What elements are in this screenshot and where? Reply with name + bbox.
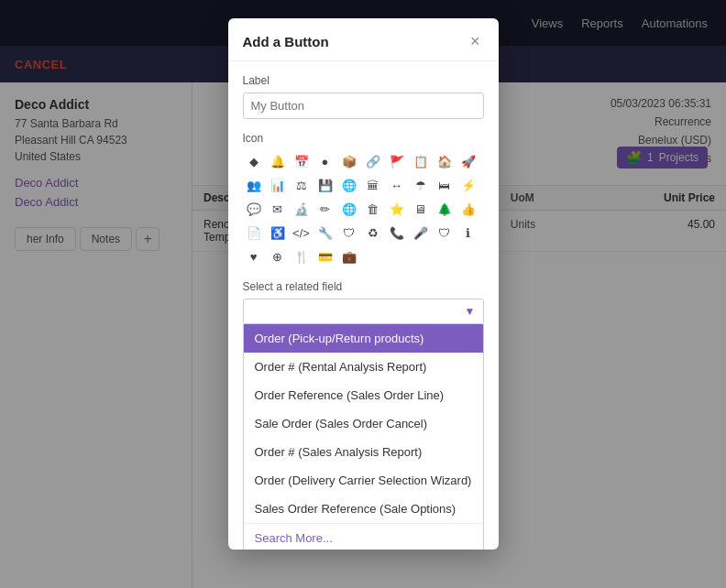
icon-lightning[interactable]: ⚡: [457, 174, 479, 196]
icon-calendar[interactable]: 📅: [291, 150, 313, 172]
icon-save[interactable]: 💾: [314, 174, 336, 196]
icon-heart[interactable]: ♥: [243, 245, 265, 267]
icon-shield[interactable]: 🛡: [338, 222, 360, 244]
icon-email[interactable]: ✉: [267, 198, 289, 220]
icon-building[interactable]: 🏛: [362, 174, 384, 196]
icon-info[interactable]: ℹ: [457, 222, 479, 244]
dropdown-list: Order (Pick-up/Return products) Order # …: [243, 324, 484, 550]
dropdown-item-3[interactable]: Sale Order (Sales Order Cancel): [244, 409, 483, 438]
modal-title: Add a Button: [243, 34, 329, 49]
icon-rocket[interactable]: 🚀: [457, 150, 479, 172]
icon-diamond[interactable]: ◆: [243, 150, 265, 172]
icon-tree[interactable]: 🌲: [434, 198, 456, 220]
dropdown-item-0[interactable]: Order (Pick-up/Return products): [244, 324, 483, 353]
icon-bell[interactable]: 🔔: [267, 150, 289, 172]
icon-flag[interactable]: 🚩: [386, 150, 408, 172]
dropdown-item-4[interactable]: Order # (Sales Analysis Report): [244, 438, 483, 466]
icon-pen[interactable]: ✏: [314, 198, 336, 220]
icon-thumbup[interactable]: 👍: [457, 198, 479, 220]
dropdown-item-1[interactable]: Order # (Rental Analysis Report): [244, 353, 483, 381]
label-field-label: Label: [243, 74, 484, 87]
modal-header: Add a Button ×: [228, 18, 499, 61]
icon-target[interactable]: ⊕: [267, 245, 289, 267]
icon-scale[interactable]: ⚖: [291, 174, 313, 196]
modal-overlay: Add a Button × Label Icon ◆ 🔔 📅 ● 📦 🔗 🚩 …: [0, 0, 726, 588]
icon-utensils[interactable]: 🍴: [291, 245, 313, 267]
icon-code[interactable]: </>: [291, 222, 313, 244]
icon-doc[interactable]: 📄: [243, 222, 265, 244]
dropdown-arrow-icon: ▼: [465, 305, 476, 318]
icon-clipboard[interactable]: 📋: [410, 150, 432, 172]
icon-home[interactable]: 🏠: [434, 150, 456, 172]
related-field-label: Select a related field: [243, 280, 484, 293]
icon-grid: ◆ 🔔 📅 ● 📦 🔗 🚩 📋 🏠 🚀 👥 📊 ⚖ 💾 🌐 🏛 ↔ ☂: [243, 150, 484, 267]
icon-bed[interactable]: 🛏: [434, 174, 456, 196]
icon-monitor[interactable]: 🖥: [410, 198, 432, 220]
icon-star[interactable]: ⭐: [386, 198, 408, 220]
icon-chart[interactable]: 📊: [267, 174, 289, 196]
icon-users[interactable]: 👥: [243, 174, 265, 196]
icon-link[interactable]: 🔗: [362, 150, 384, 172]
modal-body: Label Icon ◆ 🔔 📅 ● 📦 🔗 🚩 📋 🏠 🚀 👥 📊 ⚖ 💾: [228, 61, 499, 550]
icon-card[interactable]: 💳: [314, 245, 336, 267]
icon-circle[interactable]: ●: [314, 150, 336, 172]
icon-flask[interactable]: 🔬: [291, 198, 313, 220]
modal-close-button[interactable]: ×: [467, 31, 484, 51]
icon-wrench[interactable]: 🔧: [314, 222, 336, 244]
related-field-input[interactable]: ▼: [243, 299, 484, 324]
icon-network[interactable]: 🌐: [338, 198, 360, 220]
icon-phone[interactable]: 📞: [386, 222, 408, 244]
icon-box[interactable]: 📦: [338, 150, 360, 172]
dropdown-item-5[interactable]: Order (Delivery Carrier Selection Wizard…: [244, 466, 483, 495]
add-button-modal: Add a Button × Label Icon ◆ 🔔 📅 ● 📦 🔗 🚩 …: [228, 18, 499, 550]
search-more-link[interactable]: Search More...: [244, 523, 483, 550]
icon-wheelchair[interactable]: ♿: [267, 222, 289, 244]
dropdown-item-2[interactable]: Order Reference (Sales Order Line): [244, 381, 483, 409]
icon-recycle[interactable]: ♻: [362, 222, 384, 244]
icon-globe[interactable]: 🌐: [338, 174, 360, 196]
dropdown-item-6[interactable]: Sales Order Reference (Sale Options): [244, 495, 483, 523]
icon-section-label: Icon: [243, 132, 484, 145]
icon-badge[interactable]: 🛡: [434, 222, 456, 244]
icon-trash[interactable]: 🗑: [362, 198, 384, 220]
icon-mic[interactable]: 🎤: [410, 222, 432, 244]
icon-chat[interactable]: 💬: [243, 198, 265, 220]
icon-briefcase[interactable]: 💼: [338, 245, 360, 267]
icon-arrows[interactable]: ↔: [386, 174, 408, 196]
icon-umbrella[interactable]: ☂: [410, 174, 432, 196]
label-input[interactable]: [243, 93, 484, 119]
